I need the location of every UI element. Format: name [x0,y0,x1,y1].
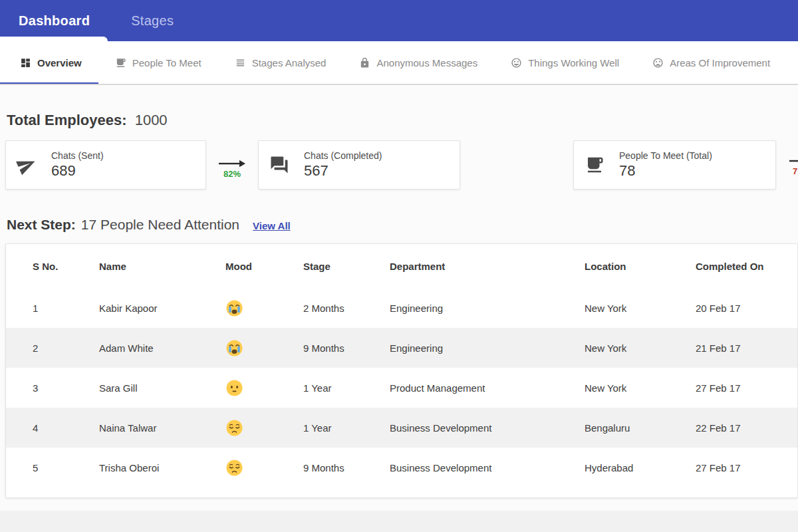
table-header-row: S No.NameMoodStageDepartmentLocationComp… [6,244,797,288]
chat-bubbles-icon [269,155,289,175]
cell-department: Product Management [390,368,585,408]
conversion-percent-green: 82% [223,169,241,179]
stat-card-chats-sent: Chats (Sent) 689 [5,140,206,190]
cell-stage: 1 Year [303,368,390,408]
cell-mood [225,368,303,408]
total-employees-value: 1000 [135,112,168,128]
stat-value: 689 [51,162,104,180]
cell-name: Sara Gill [99,368,225,408]
cell-mood [225,408,303,448]
secondary-nav: OverviewPeople To MeetStages AnalysedAno… [0,41,798,85]
cell-name: Trisha Oberoi [99,448,225,487]
frown-icon [652,57,664,68]
cell-department: Engineering [390,288,585,328]
disappointed-emoji [225,419,303,437]
cell-sno: 2 [6,328,99,368]
subnav-tab-label: Areas Of Improvement [670,57,770,68]
neutral-emoji [225,379,303,397]
cell-completed-on: 22 Feb 17 [696,408,797,448]
primary-nav: Dashboard Stages [0,0,798,41]
cell-completed-on: 27 Feb 17 [696,448,797,487]
cell-completed-on: 21 Feb 17 [696,328,797,368]
cell-mood [225,288,303,328]
table-row[interactable]: 3Sara Gill1 YearProduct ManagementNew Yo… [6,368,797,408]
cell-location: Bengaluru [585,408,696,448]
table-row[interactable]: 2Adam White9 MonthsEngineeringNew York21… [6,328,797,368]
cell-name: Adam White [99,328,225,368]
subnav-tab-overview[interactable]: Overview [20,57,82,68]
cell-location: New York [585,288,696,328]
cell-sno: 4 [6,408,99,448]
cell-stage: 2 Months [303,288,390,328]
page-bottom-strip [0,511,798,532]
subnav-tab-people-to-meet[interactable]: People To Meet [115,57,201,68]
crying-emoji [225,299,303,317]
column-header-completed-on: Completed On [696,244,797,288]
conversion-arrow-cutoff: 7 [789,157,798,176]
cell-department: Engineering [390,328,585,368]
crying-emoji [225,339,303,357]
cell-completed-on: 20 Feb 17 [696,288,797,328]
active-tab-underline [0,82,98,85]
send-icon [17,155,37,175]
column-header-mood: Mood [225,244,303,288]
disappointed-emoji [225,459,303,477]
subnav-tab-label: Overview [37,57,82,68]
attention-table: S No.NameMoodStageDepartmentLocationComp… [6,244,797,487]
stat-label: People To Meet (Total) [619,150,712,161]
subnav-tab-label: Stages Analysed [252,57,327,68]
cell-completed-on: 27 Feb 17 [696,368,797,408]
cell-name: Kabir Kapoor [99,288,225,328]
table-row[interactable]: 5Trisha Oberoi9 MonthsBusiness Developme… [6,448,797,487]
stats-row: Chats (Sent) 689 82% Chats (Completed) 5… [5,140,798,190]
next-step-line: Next Step: 17 People Need Attention View… [7,217,798,233]
column-header-department: Department [390,244,585,288]
subnav-tab-anonymous-messages[interactable]: Anonymous Messages [359,57,477,68]
cell-location: New York [585,328,696,368]
column-header-stage: Stage [303,244,390,288]
subnav-tab-things-working-well[interactable]: Things Working Well [511,57,619,68]
coffee-cup-icon [115,57,126,68]
cell-sno: 5 [6,448,99,487]
lock-icon [359,57,370,68]
column-header-location: Location [585,244,696,288]
stat-card-chats-completed: Chats (Completed) 567 [258,140,460,190]
subnav-tab-stages-analysed[interactable]: Stages Analysed [235,57,327,68]
stat-label: Chats (Completed) [304,150,382,161]
main-content: Total Employees: 1000 Chats (Sent) 689 8… [0,112,798,498]
next-step-label: Next Step: [7,217,76,233]
subnav-tab-areas-of-improvement[interactable]: Areas Of Improvement [652,57,770,68]
stat-card-people-to-meet: People To Meet (Total) 78 [573,140,776,190]
cell-department: Business Development [390,448,585,487]
smiley-icon [511,57,522,68]
stat-value: 567 [304,162,382,180]
list-icon [235,57,246,68]
table-row[interactable]: 1Kabir Kapoor2 MonthsEngineeringNew York… [6,288,797,328]
cell-stage: 9 Months [303,328,390,368]
cell-sno: 3 [6,368,99,408]
next-step-text: 17 People Need Attention [81,217,239,233]
coffee-cup-icon [585,155,604,175]
dashboard-icon [20,57,31,68]
tab-dashboard[interactable]: Dashboard [19,13,90,29]
cell-name: Naina Talwar [99,408,225,448]
conversion-percent-red: 7 [793,166,797,176]
cell-department: Business Development [390,408,585,448]
table-row[interactable]: 4Naina Talwar1 YearBusiness DevelopmentB… [6,408,797,448]
tab-stages[interactable]: Stages [131,13,174,29]
attention-table-card: S No.NameMoodStageDepartmentLocationComp… [5,243,798,498]
cell-mood [225,328,303,368]
column-header-name: Name [99,244,225,288]
subnav-tab-label: Anonymous Messages [376,57,477,68]
subnav-tab-label: People To Meet [132,57,201,68]
cell-location: Hyderabad [585,448,696,487]
cell-stage: 1 Year [303,408,390,448]
stat-label: Chats (Sent) [51,150,104,161]
stat-value: 78 [619,162,712,180]
column-header-s-no-: S No. [6,244,99,288]
view-all-link[interactable]: View All [253,220,291,231]
cell-mood [225,448,303,487]
conversion-arrow-sent-to-completed: 82% [206,152,258,179]
subnav-tab-label: Things Working Well [528,57,619,68]
total-employees: Total Employees: 1000 [7,112,798,129]
